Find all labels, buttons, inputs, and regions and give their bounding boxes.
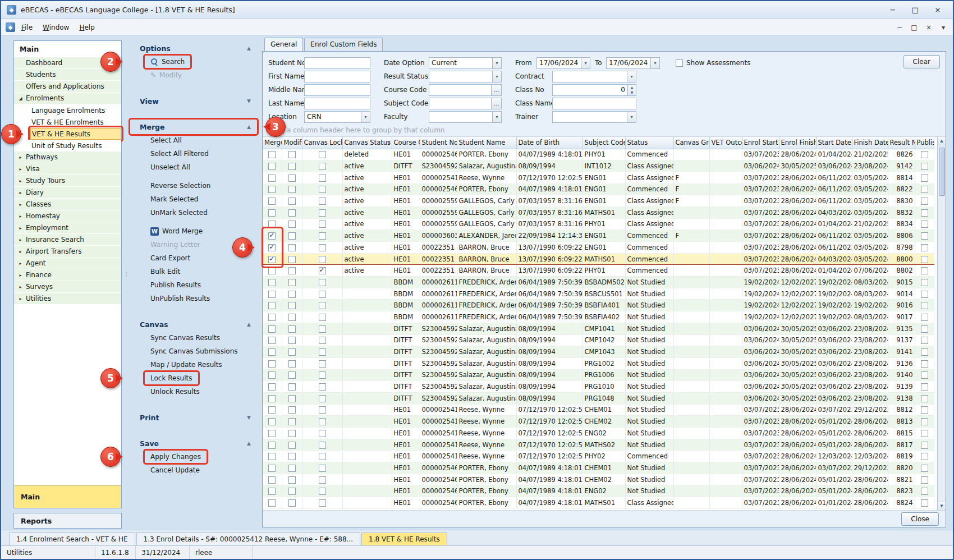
- modified-checkbox[interactable]: [288, 406, 296, 414]
- tree-collapsed-icon[interactable]: ▸: [16, 226, 25, 231]
- table-row[interactable]: HE010000025469PORTER, Ebony04/07/1989 4:…: [263, 497, 934, 509]
- canvas-lock-checkbox[interactable]: [319, 465, 326, 472]
- canvas-lock-checkbox[interactable]: [319, 279, 326, 286]
- table-row[interactable]: DITFTS230045920Salazar, Augustina08/09/1…: [263, 392, 934, 404]
- action-box-select-all-filtered[interactable]: Select All Filtered: [145, 148, 214, 159]
- tree-collapsed-icon[interactable]: ▸: [16, 155, 25, 160]
- action-sync-canvas-results[interactable]: Sync Canvas Results: [131, 331, 256, 345]
- canvas-lock-checkbox[interactable]: [319, 488, 326, 495]
- merge-checkbox[interactable]: [268, 314, 276, 321]
- vertical-scrollbar[interactable]: ▲ ▼: [937, 137, 946, 510]
- canvas-lock-checkbox[interactable]: [319, 418, 326, 425]
- close-button[interactable]: Close: [901, 512, 939, 526]
- table-row[interactable]: activeHE010000025469PORTER, Ebony04/07/1…: [263, 183, 934, 195]
- show-assessments-checkbox[interactable]: [676, 59, 683, 67]
- sidebar-item-language-enrolments[interactable]: Language Enrolments: [14, 104, 121, 116]
- action-box-word-merge[interactable]: WWord Merge: [145, 226, 208, 237]
- merge-checkbox[interactable]: [268, 163, 276, 170]
- merge-checkbox[interactable]: [268, 221, 276, 228]
- action-box-lock-results[interactable]: Lock Results: [145, 373, 198, 384]
- group-header-merge[interactable]: Merge▲3: [131, 120, 256, 134]
- action-box-unpublish-results[interactable]: UnPublish Results: [145, 293, 215, 304]
- tree-collapsed-icon[interactable]: ▸: [16, 190, 25, 195]
- to-date-input[interactable]: 17/06/2024 ▾: [606, 57, 660, 69]
- column-header-vet-outcom[interactable]: VET Outcom: [709, 137, 742, 149]
- column-header-enrol-start-dat[interactable]: Enrol Start Dat: [742, 137, 779, 149]
- action-select-all[interactable]: Select All: [131, 134, 256, 147]
- publish-checkbox[interactable]: [921, 371, 928, 379]
- tree-collapsed-icon[interactable]: ▸: [16, 167, 25, 172]
- action-box-select-all[interactable]: Select All: [145, 135, 187, 146]
- canvas-lock-checkbox[interactable]: [319, 232, 326, 240]
- table-row[interactable]: BBDM0000026112FREDERICK, Arden06/04/1989…: [263, 277, 934, 288]
- clear-button[interactable]: Clear: [903, 55, 940, 68]
- action-unmark-selected[interactable]: UnMark Selected: [131, 206, 256, 219]
- table-row[interactable]: DITFTS230045920Salazar, Augustina08/09/1…: [263, 334, 934, 346]
- publish-checkbox[interactable]: [921, 163, 928, 170]
- modified-checkbox[interactable]: [288, 325, 296, 333]
- action-box-publish-results[interactable]: Publish Results: [145, 279, 206, 291]
- minimize-icon[interactable]: −: [883, 4, 902, 16]
- action-sync-canvas-submissions[interactable]: Sync Canvas Submissions: [131, 345, 256, 358]
- column-header-finish-date[interactable]: Finish Date: [852, 137, 888, 149]
- merge-checkbox[interactable]: [268, 267, 276, 274]
- merge-checkbox[interactable]: [268, 151, 276, 158]
- action-unpublish-results[interactable]: UnPublish Results: [131, 292, 256, 305]
- canvas-lock-checkbox[interactable]: [319, 267, 326, 274]
- chevron-down-icon[interactable]: ▾: [581, 58, 590, 68]
- action-box-unlock-results[interactable]: Unlock Results: [145, 386, 205, 397]
- modified-checkbox[interactable]: [288, 418, 296, 425]
- publish-checkbox[interactable]: [921, 476, 928, 484]
- table-row[interactable]: HE010000025412Reese, Wynne07/12/1970 12:…: [263, 451, 934, 462]
- subject-code-ellipsis-button[interactable]: …: [492, 98, 502, 109]
- student-no-input[interactable]: [304, 57, 370, 69]
- merge-checkbox[interactable]: [268, 395, 276, 402]
- canvas-lock-checkbox[interactable]: [319, 291, 326, 298]
- table-row[interactable]: HE010000025469PORTER, Ebony04/07/1989 4:…: [263, 485, 934, 497]
- publish-checkbox[interactable]: [921, 151, 928, 158]
- action-search[interactable]: Search2: [131, 55, 256, 68]
- sidebar-item-unit-of-study-results[interactable]: Unit of Study Results: [14, 140, 121, 152]
- modified-checkbox[interactable]: [288, 163, 296, 170]
- panel-splitter[interactable]: ⋮: [123, 40, 129, 508]
- sidebar-item-agent[interactable]: ▸Agent: [14, 258, 121, 269]
- mdi-restore-icon[interactable]: □: [909, 24, 919, 31]
- action-box-map-update-results[interactable]: Map / Update Results: [145, 359, 227, 370]
- class-name-input[interactable]: [552, 98, 636, 109]
- canvas-lock-checkbox[interactable]: [319, 314, 326, 321]
- publish-checkbox[interactable]: [921, 499, 928, 507]
- modified-checkbox[interactable]: [288, 302, 296, 309]
- action-box-search[interactable]: Search: [145, 56, 190, 67]
- column-header-merge[interactable]: Merge: [263, 137, 282, 149]
- table-row[interactable]: HE010000025412Reese, Wynne07/12/1970 12:…: [263, 439, 934, 451]
- merge-checkbox[interactable]: [268, 209, 276, 217]
- merge-checkbox[interactable]: [268, 442, 276, 449]
- tree-collapsed-icon[interactable]: ▸: [16, 249, 25, 254]
- action-box-apply-changes[interactable]: Apply Changes: [145, 451, 206, 462]
- publish-checkbox[interactable]: [921, 488, 928, 495]
- tree-expanded-icon[interactable]: ◢: [16, 96, 25, 101]
- publish-checkbox[interactable]: [921, 406, 928, 414]
- action-box-unmark-selected[interactable]: UnMark Selected: [145, 207, 213, 218]
- column-header-canvas-grad[interactable]: Canvas Grad: [673, 137, 709, 149]
- mdi-tab-1-4-enrolment-search-vet-he[interactable]: 1.4 Enrolment Search - VET & HE: [9, 533, 135, 545]
- group-header-view[interactable]: View▼: [131, 94, 256, 108]
- sidebar-item-pathways[interactable]: ▸Pathways: [14, 152, 121, 163]
- merge-checkbox[interactable]: [268, 175, 276, 182]
- last-name-input[interactable]: [304, 98, 370, 109]
- table-row[interactable]: DITFTS230045920Salazar, Augustina08/09/1…: [263, 369, 934, 381]
- sidebar-item-employment[interactable]: ▸Employment: [14, 222, 121, 234]
- table-row[interactable]: BBDM0000026112FREDERICK, Arden06/04/1989…: [263, 300, 934, 311]
- canvas-lock-checkbox[interactable]: [319, 221, 326, 228]
- sidebar-item-vet-he-enrolments[interactable]: VET & HE Enrolments: [14, 116, 121, 128]
- action-box-sync-canvas-results[interactable]: Sync Canvas Results: [145, 332, 225, 343]
- sidebar-item-utilities[interactable]: ▸Utilities: [14, 293, 121, 305]
- tree-collapsed-icon[interactable]: ▸: [16, 214, 25, 219]
- merge-checkbox[interactable]: [268, 488, 276, 495]
- publish-checkbox[interactable]: [921, 279, 928, 286]
- canvas-lock-checkbox[interactable]: [319, 360, 326, 368]
- chevron-down-icon[interactable]: ▾: [361, 112, 370, 122]
- table-row[interactable]: DITFTS230045920Salazar, Augustina08/09/1…: [263, 346, 934, 358]
- canvas-lock-checkbox[interactable]: [319, 256, 326, 263]
- table-row[interactable]: activeHE010000025599GALLEGOS, Carly07/03…: [263, 195, 934, 207]
